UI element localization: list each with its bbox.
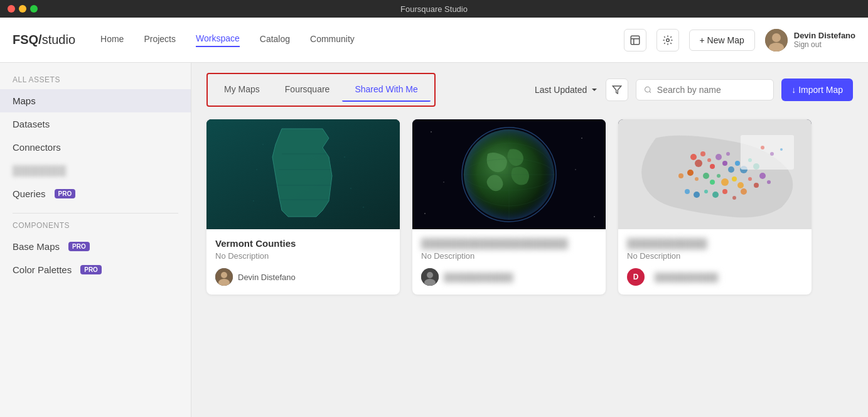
search-input[interactable] xyxy=(657,85,766,95)
close-button[interactable] xyxy=(8,5,15,13)
card-info-vermont: Vermont Counties No Description Devin Di… xyxy=(206,229,400,295)
author-avatar-globe xyxy=(421,268,439,286)
nav-workspace[interactable]: Workspace xyxy=(196,33,240,47)
search-box[interactable] xyxy=(636,79,774,100)
documents-icon-button[interactable] xyxy=(624,29,646,51)
user-name: Devin Distefano xyxy=(794,31,855,40)
integrations-icon-button[interactable] xyxy=(656,29,679,51)
title-bar: Foursquare Studio xyxy=(0,0,868,18)
sidebar-item-color-palettes[interactable]: Color Palettes PRO xyxy=(0,258,191,281)
tab-container: My Maps Foursquare Shared With Me xyxy=(206,73,436,107)
tab-foursquare[interactable]: Foursquare xyxy=(272,78,343,102)
top-nav: FSQ/studio Home Projects Workspace Catal… xyxy=(0,18,868,63)
tabs-right: Last Updated ↓ Import Map xyxy=(535,79,853,101)
sidebar-item-base-maps[interactable]: Base Maps PRO xyxy=(0,235,191,258)
svg-point-17 xyxy=(256,169,257,170)
datasets-label: Datasets xyxy=(13,119,50,129)
svg-point-47 xyxy=(710,164,715,169)
author-avatar-color: D xyxy=(627,268,645,286)
author-name-vermont: Devin Distefano xyxy=(238,273,296,282)
svg-marker-7 xyxy=(613,86,621,94)
svg-point-51 xyxy=(728,166,734,173)
nav-right: + New Map Devin Distefano Sign out xyxy=(624,29,855,51)
card-desc-globe: No Description xyxy=(421,251,597,261)
user-info: Devin Distefano Sign out xyxy=(794,31,855,49)
queries-pro-badge: PRO xyxy=(55,189,76,198)
svg-point-35 xyxy=(424,213,426,214)
svg-point-23 xyxy=(221,272,227,278)
content-area: My Maps Foursquare Shared With Me Last U… xyxy=(191,63,868,417)
svg-point-68 xyxy=(767,180,771,184)
main-layout: All Assets Maps Datasets Connectors ████… xyxy=(0,63,868,417)
card-author-globe: ████████████ xyxy=(421,268,597,286)
sidebar-item-connectors[interactable]: Connectors xyxy=(0,136,191,159)
svg-point-64 xyxy=(737,182,744,188)
search-icon xyxy=(644,85,652,94)
user-avatar xyxy=(765,29,788,51)
svg-point-46 xyxy=(707,158,711,162)
components-label: Components xyxy=(0,221,191,235)
svg-point-3 xyxy=(666,38,669,41)
sidebar-item-datasets[interactable]: Datasets xyxy=(0,112,191,136)
sidebar-item-queries[interactable]: Queries PRO xyxy=(0,182,191,205)
sort-button[interactable]: Last Updated xyxy=(535,85,598,95)
traffic-lights xyxy=(8,5,38,13)
svg-point-65 xyxy=(748,177,752,181)
svg-point-5 xyxy=(772,33,781,42)
svg-point-57 xyxy=(687,170,694,176)
sidebar-divider xyxy=(13,213,178,214)
card-title-color: ████████████ xyxy=(627,238,803,249)
svg-point-34 xyxy=(581,138,582,139)
svg-point-40 xyxy=(427,272,433,278)
sign-out-link[interactable]: Sign out xyxy=(794,40,855,49)
nav-home[interactable]: Home xyxy=(100,34,124,46)
svg-rect-76 xyxy=(741,135,794,170)
filter-button[interactable] xyxy=(606,79,628,101)
base-maps-pro-badge: PRO xyxy=(68,242,90,251)
map-card-color[interactable]: ████████████ No Description D ██████████… xyxy=(618,119,812,295)
svg-point-75 xyxy=(741,188,747,195)
svg-point-45 xyxy=(695,160,702,167)
nav-projects[interactable]: Projects xyxy=(144,34,176,46)
tab-shared-with-me[interactable]: Shared With Me xyxy=(342,78,430,102)
card-author-vermont: Devin Distefano xyxy=(215,268,391,286)
sort-label: Last Updated xyxy=(535,85,587,95)
svg-point-72 xyxy=(712,192,719,198)
maximize-button[interactable] xyxy=(30,5,38,13)
svg-point-8 xyxy=(645,87,650,92)
minimize-button[interactable] xyxy=(19,5,26,13)
sidebar-item-maps[interactable]: Maps xyxy=(0,89,191,112)
author-avatar-vermont xyxy=(215,268,233,286)
map-card-globe[interactable]: ██████████████████████ No Description ██… xyxy=(412,119,606,295)
all-assets-label: All Assets xyxy=(0,75,191,89)
svg-point-56 xyxy=(678,173,683,178)
map-card-vermont[interactable]: Vermont Counties No Description Devin Di… xyxy=(206,119,400,295)
svg-point-61 xyxy=(717,174,721,178)
svg-point-63 xyxy=(732,176,737,181)
connectors-label: Connectors xyxy=(13,142,61,153)
svg-point-74 xyxy=(732,196,736,200)
sidebar: All Assets Maps Datasets Connectors ████… xyxy=(0,63,191,417)
import-map-button[interactable]: ↓ Import Map xyxy=(781,79,853,101)
svg-point-33 xyxy=(431,131,432,133)
svg-point-77 xyxy=(761,146,764,149)
nav-catalog[interactable]: Catalog xyxy=(260,34,290,46)
svg-point-19 xyxy=(350,188,351,189)
card-desc-vermont: No Description xyxy=(215,251,391,261)
nav-community[interactable]: Community xyxy=(310,34,355,46)
color-palettes-label: Color Palettes xyxy=(13,264,72,275)
svg-point-49 xyxy=(722,161,727,166)
tab-my-maps[interactable]: My Maps xyxy=(212,78,272,102)
svg-point-16 xyxy=(262,144,264,145)
svg-point-38 xyxy=(575,169,576,170)
svg-line-9 xyxy=(650,91,651,92)
svg-point-37 xyxy=(443,181,444,183)
svg-point-52 xyxy=(735,161,740,166)
svg-point-44 xyxy=(700,151,705,156)
nav-links: Home Projects Workspace Catalog Communit… xyxy=(100,33,624,47)
sidebar-item-blurred: ████████ xyxy=(0,159,191,182)
card-thumbnail-globe xyxy=(412,119,606,229)
svg-point-20 xyxy=(253,200,254,202)
card-title-globe: ██████████████████████ xyxy=(421,238,597,249)
new-map-button[interactable]: + New Map xyxy=(689,30,755,51)
